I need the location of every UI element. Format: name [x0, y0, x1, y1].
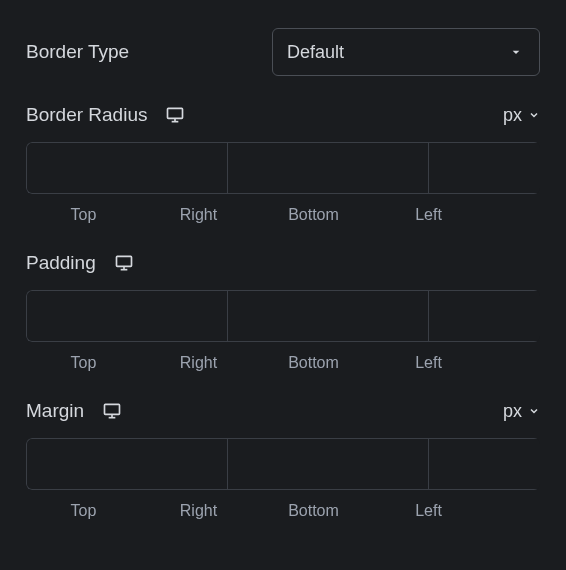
border-radius-bottom-input[interactable]: [428, 142, 540, 194]
desktop-icon[interactable]: [165, 105, 185, 125]
svg-rect-0: [168, 108, 183, 118]
border-radius-label: Border Radius: [26, 104, 147, 126]
margin-label: Margin: [26, 400, 84, 422]
side-label-right: Right: [141, 206, 256, 224]
border-radius-right-input[interactable]: [227, 142, 428, 194]
padding-right-input[interactable]: [227, 290, 428, 342]
side-label-right: Right: [141, 502, 256, 520]
side-label-left: Left: [371, 502, 486, 520]
margin-right-input[interactable]: [227, 438, 428, 490]
svg-rect-6: [105, 404, 120, 414]
desktop-icon[interactable]: [114, 253, 134, 273]
side-label-right: Right: [141, 354, 256, 372]
margin-top-input[interactable]: [26, 438, 227, 490]
border-type-label: Border Type: [26, 41, 129, 63]
desktop-icon[interactable]: [102, 401, 122, 421]
side-label-bottom: Bottom: [256, 354, 371, 372]
side-label-top: Top: [26, 354, 141, 372]
margin-bottom-input[interactable]: [428, 438, 540, 490]
border-radius-top-input[interactable]: [26, 142, 227, 194]
side-label-top: Top: [26, 502, 141, 520]
padding-top-input[interactable]: [26, 290, 227, 342]
border-type-select[interactable]: Default: [272, 28, 540, 76]
side-label-left: Left: [371, 206, 486, 224]
border-radius-unit-select[interactable]: px: [503, 105, 540, 126]
padding-label: Padding: [26, 252, 96, 274]
padding-bottom-input[interactable]: [428, 290, 540, 342]
svg-rect-3: [116, 256, 131, 266]
side-label-left: Left: [371, 354, 486, 372]
side-label-top: Top: [26, 206, 141, 224]
side-label-bottom: Bottom: [256, 206, 371, 224]
margin-unit-select[interactable]: px: [503, 401, 540, 422]
side-label-bottom: Bottom: [256, 502, 371, 520]
